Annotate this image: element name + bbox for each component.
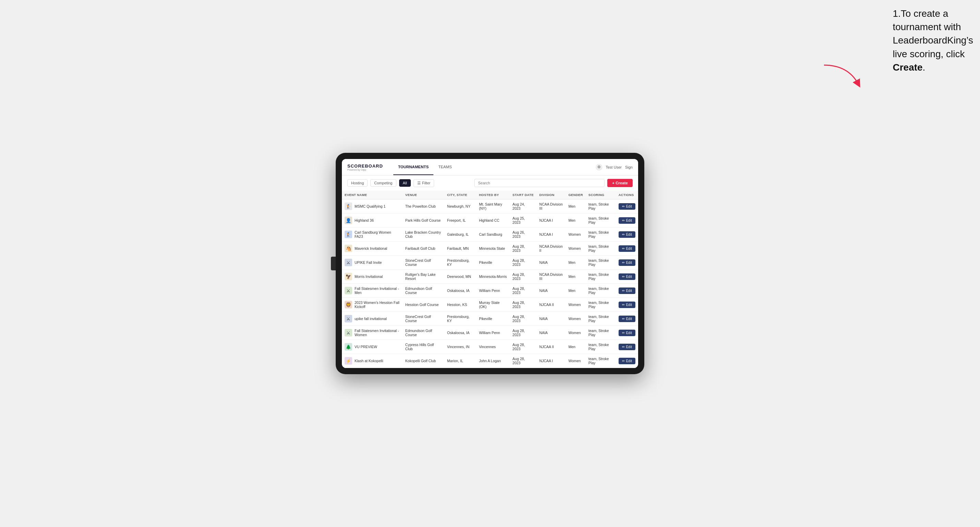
event-name-6: Fall Statesmen Invitational - Men <box>355 286 400 295</box>
tablet-screen: SCOREBOARD Powered by Clipp TOURNAMENTS … <box>342 159 638 368</box>
cell-scoring-9: team, Stroke Play <box>585 326 616 340</box>
edit-button-4[interactable]: ✏ Edit <box>619 259 635 266</box>
event-icon-4: ⚔ <box>345 259 352 266</box>
arrow-annotation <box>821 62 862 90</box>
edit-button-5[interactable]: ✏ Edit <box>619 273 635 280</box>
filter-label: Filter <box>422 181 430 185</box>
cell-date-2: Aug 26, 2023 <box>510 227 537 241</box>
event-name-4: UPIKE Fall Invite <box>355 260 382 265</box>
cell-event-8: ⚔ upike fall invitational <box>342 312 402 326</box>
cell-gender-3: Women <box>566 241 585 256</box>
cell-division-6: NAIA <box>537 284 566 298</box>
cell-date-7: Aug 28, 2023 <box>510 298 537 312</box>
cell-event-6: ⚔ Fall Statesmen Invitational - Men <box>342 284 402 298</box>
logo-area: SCOREBOARD Powered by Clipp <box>347 163 383 171</box>
user-name: Test User <box>606 165 622 169</box>
edit-icon-7: ✏ <box>622 303 625 307</box>
nav-tabs: TOURNAMENTS TEAMS <box>393 159 457 175</box>
table-row: 🐴 Maverick Invitational Faribault Golf C… <box>342 241 638 256</box>
edit-button-3[interactable]: ✏ Edit <box>619 245 635 252</box>
cell-gender-1: Men <box>566 213 585 227</box>
tab-teams[interactable]: TEAMS <box>433 159 457 175</box>
cell-city-10: Vincennes, IN <box>444 340 476 354</box>
cell-hosted-11: John A Logan <box>476 354 510 368</box>
cell-date-4: Aug 28, 2023 <box>510 256 537 270</box>
event-name-11: Klash at Kokopelli <box>355 359 383 363</box>
cell-gender-2: Women <box>566 227 585 241</box>
table-row: 🏌 Carl Sandburg Women FA23 Lake Bracken … <box>342 227 638 241</box>
sign-label[interactable]: Sign <box>625 165 633 169</box>
cell-actions-2: ✏ Edit <box>616 227 638 241</box>
cell-date-8: Aug 28, 2023 <box>510 312 537 326</box>
cell-gender-6: Men <box>566 284 585 298</box>
cell-division-1: NJCAA I <box>537 213 566 227</box>
col-gender: GENDER <box>566 190 585 199</box>
edit-button-7[interactable]: ✏ Edit <box>619 302 635 308</box>
edit-icon-5: ✏ <box>622 275 625 279</box>
event-name-5: Morris Invitational <box>355 275 383 279</box>
hosting-button[interactable]: Hosting <box>347 179 368 187</box>
cell-event-11: ⚡ Klash at Kokopelli <box>342 354 402 368</box>
app-header: SCOREBOARD Powered by Clipp TOURNAMENTS … <box>342 159 638 175</box>
table-body: 🏌 MSMC Qualifying 1 The Powelton Club Ne… <box>342 199 638 368</box>
cell-city-4: Prestonsburg, KY <box>444 256 476 270</box>
cell-venue-9: Edmundson Golf Course <box>402 326 444 340</box>
edit-button-6[interactable]: ✏ Edit <box>619 287 635 294</box>
cell-division-0: NCAA Division III <box>537 199 566 213</box>
cell-scoring-3: team, Stroke Play <box>585 241 616 256</box>
cell-venue-11: Kokopelli Golf Club <box>402 354 444 368</box>
search-input[interactable] <box>474 179 605 187</box>
all-button[interactable]: All <box>399 179 411 187</box>
cell-division-2: NJCAA I <box>537 227 566 241</box>
competing-button[interactable]: Competing <box>370 179 396 187</box>
cell-city-5: Deerwood, MN <box>444 270 476 284</box>
table-row: 🦁 2023 Women's Hesston Fall Kickoff Hess… <box>342 298 638 312</box>
cell-city-3: Faribault, MN <box>444 241 476 256</box>
table-row: ⚔ UPIKE Fall Invite StoneCrest Golf Cour… <box>342 256 638 270</box>
edit-button-2[interactable]: ✏ Edit <box>619 231 635 238</box>
cell-division-7: NJCAA II <box>537 298 566 312</box>
cell-division-4: NAIA <box>537 256 566 270</box>
cell-hosted-4: Pikeville <box>476 256 510 270</box>
tablet-side-button <box>331 257 336 270</box>
cell-city-2: Galesburg, IL <box>444 227 476 241</box>
cell-venue-6: Edmundson Golf Course <box>402 284 444 298</box>
annotation-text: 1.To create a tournament with Leaderboar… <box>892 7 973 74</box>
cell-actions-7: ✏ Edit <box>616 298 638 312</box>
cell-actions-10: ✏ Edit <box>616 340 638 354</box>
cell-gender-7: Women <box>566 298 585 312</box>
event-icon-10: 🌲 <box>345 343 352 351</box>
edit-icon-1: ✏ <box>622 219 625 222</box>
edit-button-11[interactable]: ✏ Edit <box>619 358 635 364</box>
edit-button-10[interactable]: ✏ Edit <box>619 344 635 350</box>
cell-venue-1: Park Hills Golf Course <box>402 213 444 227</box>
cell-event-3: 🐴 Maverick Invitational <box>342 241 402 256</box>
create-button[interactable]: + Create <box>607 179 633 187</box>
edit-button-9[interactable]: ✏ Edit <box>619 330 635 336</box>
gear-icon[interactable]: ⚙ <box>596 164 603 171</box>
tablet-frame: SCOREBOARD Powered by Clipp TOURNAMENTS … <box>336 153 644 374</box>
cell-scoring-10: team, Stroke Play <box>585 340 616 354</box>
cell-venue-0: The Powelton Club <box>402 199 444 213</box>
edit-button-1[interactable]: ✏ Edit <box>619 217 635 224</box>
edit-button-0[interactable]: ✏ Edit <box>619 203 635 210</box>
event-icon-8: ⚔ <box>345 315 352 322</box>
cell-city-1: Freeport, IL <box>444 213 476 227</box>
filter-button[interactable]: ☰ Filter <box>414 179 434 187</box>
event-icon-1: 👤 <box>345 217 352 224</box>
cell-gender-11: Women <box>566 354 585 368</box>
cell-scoring-4: team, Stroke Play <box>585 256 616 270</box>
edit-icon-3: ✏ <box>622 247 625 251</box>
cell-gender-0: Men <box>566 199 585 213</box>
tournaments-table: EVENT NAME VENUE CITY, STATE HOSTED BY S… <box>342 190 638 368</box>
table-row: ⚔ Fall Statesmen Invitational - Men Edmu… <box>342 284 638 298</box>
header-right: ⚙ Test User Sign <box>596 164 633 171</box>
edit-button-8[interactable]: ✏ Edit <box>619 316 635 322</box>
cell-hosted-1: Highland CC <box>476 213 510 227</box>
edit-icon-10: ✏ <box>622 345 625 349</box>
cell-division-8: NAIA <box>537 312 566 326</box>
cell-venue-7: Hesston Golf Course <box>402 298 444 312</box>
cell-actions-11: ✏ Edit <box>616 354 638 368</box>
logo-text: SCOREBOARD <box>347 163 383 168</box>
tab-tournaments[interactable]: TOURNAMENTS <box>393 159 433 175</box>
